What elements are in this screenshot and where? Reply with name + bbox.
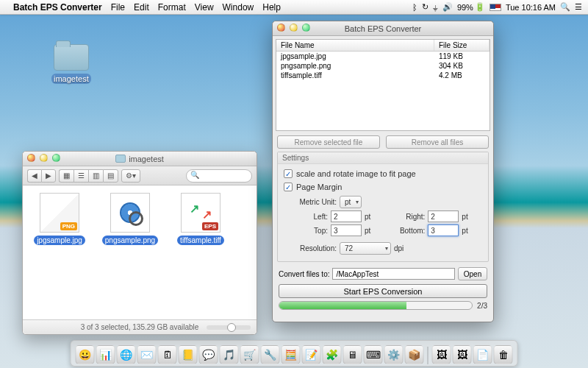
dock-mail-icon[interactable]: ✉️ (137, 345, 157, 364)
coverflow-view-button[interactable]: ▤ (103, 169, 118, 183)
icon-size-slider[interactable] (207, 325, 251, 330)
table-header: File Name File Size (276, 40, 490, 52)
app-titlebar[interactable]: Batch EPS Converter (273, 21, 493, 36)
dock-trash-icon[interactable]: 🗑 (494, 345, 513, 364)
action-menu-button[interactable]: ⚙▾ (121, 169, 140, 183)
forward-button[interactable]: ▶ (41, 169, 56, 183)
table-body: jpgsample.jpg 119 KB pngsample.png 304 K… (276, 52, 490, 130)
dock-safari-icon[interactable]: 🌐 (117, 345, 136, 364)
column-view-button[interactable]: ▥ (88, 169, 103, 183)
dock-finder-icon[interactable]: 😀 (76, 345, 95, 364)
minimize-button[interactable] (40, 154, 48, 162)
app-traffic-lights (277, 24, 310, 32)
dock-textedit-icon[interactable]: 📝 (302, 345, 321, 364)
scale-rotate-checkbox[interactable]: ✓ (284, 169, 293, 178)
input-flag-icon[interactable] (490, 4, 501, 11)
app-window: Batch EPS Converter File Name File Size … (272, 21, 494, 322)
desktop-folder[interactable]: imagetest (51, 44, 91, 84)
menubar: Batch EPS Converter File Edit Format Vie… (0, 0, 588, 15)
open-button[interactable]: Open (458, 267, 487, 280)
volume-icon[interactable]: 🔊 (442, 2, 453, 12)
col-filename[interactable]: File Name (276, 40, 434, 51)
resolution-select[interactable]: 72 (340, 242, 391, 255)
file-table: File Name File Size jpgsample.jpg 119 KB… (276, 39, 490, 131)
menu-help[interactable]: Help (262, 2, 281, 13)
bluetooth-icon[interactable]: ᛒ (412, 3, 417, 12)
dock-appstore-icon[interactable]: 🛒 (240, 345, 259, 364)
progress-text: 2/3 (477, 302, 487, 310)
dock-app-icon[interactable]: 📦 (405, 345, 424, 364)
menu-format[interactable]: Format (158, 2, 186, 13)
dock-utility-icon[interactable]: 🔧 (261, 345, 280, 364)
table-row[interactable]: pngsample.png 304 KB (276, 61, 490, 71)
menubar-app-name[interactable]: Batch EPS Converter (13, 2, 102, 13)
dock-calendar-icon[interactable]: 🗓 (158, 345, 177, 364)
right-input[interactable]: 2 (428, 210, 459, 222)
close-button[interactable] (27, 154, 35, 162)
desktop-folder-label: imagetest (51, 74, 91, 84)
dock-messages-icon[interactable]: 💬 (199, 345, 218, 364)
dock-settings-icon[interactable]: ⚙️ (384, 345, 404, 364)
zoom-button[interactable] (52, 154, 60, 162)
top-label: Top: (294, 227, 328, 235)
menu-view[interactable]: View (195, 2, 214, 13)
finder-traffic-lights (27, 154, 60, 162)
dock-doc-icon[interactable]: 📄 (473, 345, 492, 364)
page-margin-label: Page Margin (296, 183, 342, 191)
minimize-button[interactable] (290, 24, 298, 32)
file-item[interactable]: PNG jpgsample.jpg (30, 193, 89, 245)
finder-window: imagetest ◀ ▶ ▦ ☰ ▥ ▤ ⚙▾ PNG jpgsample.j… (22, 151, 257, 335)
left-input[interactable]: 2 (331, 210, 362, 222)
top-input[interactable]: 3 (331, 224, 362, 236)
zoom-button[interactable] (302, 24, 310, 32)
finder-titlebar[interactable]: imagetest (23, 152, 257, 166)
finder-status-bar: 3 of 3 selected, 135.29 GB available (23, 319, 257, 334)
dock-minimized-icon[interactable]: 🖼 (453, 345, 472, 364)
dock: 😀 📊 🌐 ✉️ 🗓 📒 💬 🎵 🛒 🔧 🧮 📝 🧩 🖥 ⌨ ⚙️ 📦 🖼 🖼 … (71, 340, 518, 367)
dock-app-icon[interactable]: 🧮 (282, 345, 301, 364)
finder-title: imagetest (129, 155, 164, 163)
back-button[interactable]: ◀ (27, 169, 41, 183)
icon-view-button[interactable]: ▦ (59, 169, 74, 183)
left-label: Left: (294, 213, 328, 221)
timemachine-icon[interactable]: ↻ (422, 2, 429, 12)
search-input[interactable] (186, 169, 252, 183)
file-thumb-icon: PNG (40, 193, 79, 233)
app-title: Batch EPS Converter (345, 24, 422, 33)
page-margin-checkbox[interactable]: ✓ (284, 183, 293, 191)
metric-unit-select[interactable]: pt (340, 196, 362, 208)
menubar-clock[interactable]: Tue 10:16 AM (506, 3, 556, 12)
start-conversion-button[interactable]: Start EPS Conversion (279, 284, 487, 298)
right-label: Right: (391, 213, 425, 221)
scale-rotate-label: scale and rotate image to fit page (296, 169, 416, 178)
table-row[interactable]: tiffsample.tiff 4.2 MB (276, 71, 490, 80)
dock-app-icon[interactable]: 🖥 (343, 345, 362, 364)
list-view-button[interactable]: ☰ (74, 169, 88, 183)
menu-window[interactable]: Window (223, 2, 254, 13)
menu-edit[interactable]: Edit (134, 2, 149, 13)
dock-notes-icon[interactable]: 📒 (179, 345, 198, 364)
dock-launchpad-icon[interactable]: 📊 (96, 345, 115, 364)
bottom-input[interactable]: 3 (428, 224, 459, 236)
dock-itunes-icon[interactable]: 🎵 (220, 345, 239, 364)
file-item[interactable]: pngsample.png (101, 193, 159, 245)
menu-file[interactable]: File (111, 2, 125, 13)
dock-minimized-icon[interactable]: 🖼 (432, 345, 451, 364)
dock-terminal-icon[interactable]: ⌨ (364, 345, 383, 364)
close-button[interactable] (277, 24, 285, 32)
table-row[interactable]: jpgsample.jpg 119 KB (276, 52, 490, 61)
notification-icon[interactable]: ☰ (575, 2, 582, 12)
remove-all-button[interactable]: Remove all files (386, 135, 489, 149)
bottom-label: Bottom: (391, 227, 425, 235)
folder-icon (54, 44, 89, 71)
file-item[interactable]: EPS tiffsample.tiff (171, 193, 230, 245)
remove-selected-button[interactable]: Remove selected file (277, 135, 380, 149)
col-filesize[interactable]: File Size (434, 40, 490, 51)
wifi-icon[interactable]: ⏚ (433, 3, 438, 12)
file-label: tiffsample.tiff (177, 236, 224, 245)
settings-title: Settings (278, 152, 488, 164)
spotlight-icon[interactable]: 🔍 (560, 2, 570, 12)
output-path-field[interactable]: /MacAppTest (332, 268, 455, 280)
battery-status[interactable]: 99% 🔋 (457, 2, 485, 12)
dock-app-icon[interactable]: 🧩 (323, 345, 342, 364)
